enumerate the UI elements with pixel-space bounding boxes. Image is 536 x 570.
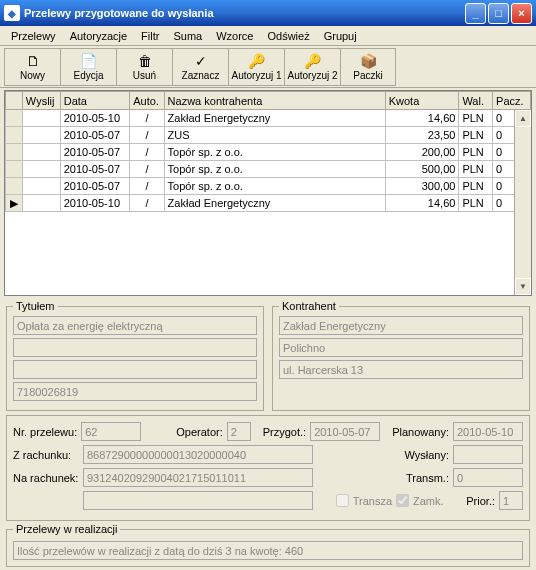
przygot-label: Przygot.: (263, 426, 306, 438)
table-row[interactable]: 2010-05-10/Zakład Energetyczny14,60PLN0 (6, 110, 531, 127)
transza-label: Transza (353, 495, 392, 507)
cell-kwota: 14,60 (385, 110, 459, 127)
menu-filtr[interactable]: Filtr (134, 28, 166, 44)
cell-wyslij (22, 195, 60, 212)
col-auto[interactable]: Auto. (130, 92, 164, 110)
kontrahent-line1 (279, 316, 523, 335)
menu-odswiez[interactable]: Odśwież (260, 28, 316, 44)
cell-kwota: 300,00 (385, 178, 459, 195)
transza-checkbox[interactable] (336, 494, 349, 507)
usun-button[interactable]: 🗑Usuń (116, 48, 172, 86)
zamk-checkbox[interactable] (396, 494, 409, 507)
col-data[interactable]: Data (60, 92, 129, 110)
details-panel: Nr. przelewu: Operator: Przygot.: Planow… (6, 415, 530, 521)
menu-wzorce[interactable]: Wzorce (209, 28, 260, 44)
cell-data: 2010-05-07 (60, 127, 129, 144)
cell-auto: / (130, 195, 164, 212)
scroll-up-icon[interactable]: ▲ (515, 110, 531, 127)
cell-nazwa: Topór sp. z o.o. (164, 161, 385, 178)
transfers-grid[interactable]: Wyslij Data Auto. Nazwa kontrahenta Kwot… (5, 91, 531, 212)
cell-wal: PLN (459, 110, 493, 127)
zamk-label: Zamk. (413, 495, 444, 507)
tytulem-panel: Tytułem (6, 300, 264, 411)
auth1-icon: 🔑 (249, 53, 265, 69)
operator-label: Operator: (176, 426, 222, 438)
tytulem-line3 (13, 360, 257, 379)
package-icon: 📦 (360, 53, 376, 69)
table-row[interactable]: ▶2010-05-10/Zakład Energetyczny14,60PLN0 (6, 195, 531, 212)
cell-data: 2010-05-07 (60, 161, 129, 178)
check-icon: ✓ (193, 53, 209, 69)
kontrahent-line3 (279, 360, 523, 379)
wyslany-field (453, 445, 523, 464)
kontrahent-legend: Kontrahent (279, 300, 339, 312)
row-indicator (6, 127, 23, 144)
maximize-button[interactable]: □ (488, 3, 509, 24)
grid-scrollbar[interactable]: ▲ ▼ (514, 110, 531, 295)
table-row[interactable]: 2010-05-07/Topór sp. z o.o.300,00PLN0 (6, 178, 531, 195)
transm-field (453, 468, 523, 487)
z-rachunku-field (83, 445, 313, 464)
cell-auto: / (130, 110, 164, 127)
cell-auto: / (130, 144, 164, 161)
table-row[interactable]: 2010-05-07/Topór sp. z o.o.200,00PLN0 (6, 144, 531, 161)
grid-container: Wyslij Data Auto. Nazwa kontrahenta Kwot… (4, 90, 532, 296)
col-wal[interactable]: Wal. (459, 92, 493, 110)
app-icon: ◆ (4, 5, 20, 21)
realizacja-panel: Przelewy w realizacji (6, 523, 530, 567)
zaznacz-button[interactable]: ✓Zaznacz (172, 48, 228, 86)
tytulem-line2 (13, 338, 257, 357)
grid-corner (6, 92, 23, 110)
paczki-button[interactable]: 📦Paczki (340, 48, 396, 86)
z-rachunku-label: Z rachunku: (13, 449, 79, 461)
cell-wal: PLN (459, 178, 493, 195)
tytulem-line1 (13, 316, 257, 335)
col-wyslij[interactable]: Wyslij (22, 92, 60, 110)
window-title: Przelewy przygotowane do wysłania (24, 7, 465, 19)
col-pacz[interactable]: Pacz. (493, 92, 531, 110)
cell-kwota: 200,00 (385, 144, 459, 161)
cell-auto: / (130, 127, 164, 144)
cell-wyslij (22, 178, 60, 195)
cell-auto: / (130, 161, 164, 178)
minimize-button[interactable]: _ (465, 3, 486, 24)
row-indicator (6, 144, 23, 161)
edit-icon: 📄 (81, 53, 97, 69)
nr-przelewu-label: Nr. przelewu: (13, 426, 77, 438)
cell-wal: PLN (459, 161, 493, 178)
kontrahent-panel: Kontrahent (272, 300, 530, 411)
cell-wal: PLN (459, 144, 493, 161)
cell-wal: PLN (459, 195, 493, 212)
cell-auto: / (130, 178, 164, 195)
cell-nazwa: Zakład Energetyczny (164, 195, 385, 212)
menu-autoryzacje[interactable]: Autoryzacje (63, 28, 134, 44)
realizacja-legend: Przelewy w realizacji (13, 523, 120, 535)
table-row[interactable]: 2010-05-07/Topór sp. z o.o.500,00PLN0 (6, 161, 531, 178)
menu-grupuj[interactable]: Grupuj (317, 28, 364, 44)
menu-suma[interactable]: Suma (166, 28, 209, 44)
scroll-down-icon[interactable]: ▼ (515, 278, 531, 295)
kontrahent-line2 (279, 338, 523, 357)
col-kwota[interactable]: Kwota (385, 92, 459, 110)
cell-data: 2010-05-10 (60, 110, 129, 127)
nowy-button[interactable]: 🗋Nowy (4, 48, 60, 86)
col-nazwa[interactable]: Nazwa kontrahenta (164, 92, 385, 110)
edycja-button[interactable]: 📄Edycja (60, 48, 116, 86)
close-button[interactable]: × (511, 3, 532, 24)
menu-przelewy[interactable]: Przelewy (4, 28, 63, 44)
extra-field (83, 491, 313, 510)
prior-label: Prior.: (466, 495, 495, 507)
nr-przelewu-field (81, 422, 141, 441)
cell-data: 2010-05-10 (60, 195, 129, 212)
new-icon: 🗋 (25, 53, 41, 69)
autoryzuj2-button[interactable]: 🔑Autoryzuj 2 (284, 48, 340, 86)
planowany-label: Planowany: (392, 426, 449, 438)
autoryzuj1-button[interactable]: 🔑Autoryzuj 1 (228, 48, 284, 86)
table-row[interactable]: 2010-05-07/ZUS23,50PLN0 (6, 127, 531, 144)
cell-kwota: 14,60 (385, 195, 459, 212)
wyslany-label: Wysłany: (404, 449, 449, 461)
na-rachunek-field (83, 468, 313, 487)
titlebar[interactable]: ◆ Przelewy przygotowane do wysłania _ □ … (0, 0, 536, 26)
planowany-field (453, 422, 523, 441)
row-indicator (6, 110, 23, 127)
